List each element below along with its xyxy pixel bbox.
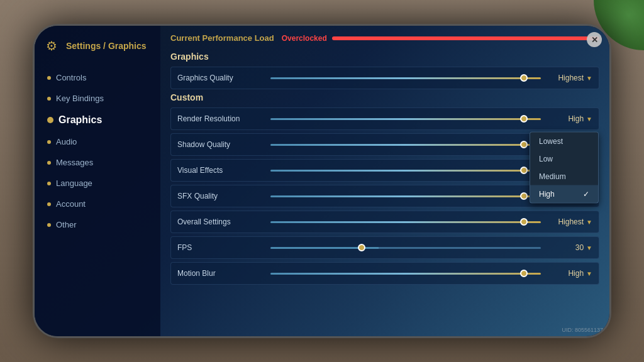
slider-track: [270, 77, 541, 79]
sidebar-label-messages: Messages: [56, 158, 93, 167]
motion-blur-value: High: [546, 269, 584, 278]
sfx-quality-label: SFX Quality: [177, 192, 265, 200]
uid-watermark: UID: 805561137: [562, 327, 603, 333]
slider-thumb: [520, 74, 528, 82]
sfx-quality-row[interactable]: SFX Quality ▼ Lowest Low: [170, 185, 599, 207]
motion-blur-row[interactable]: Motion Blur High ▼: [170, 262, 599, 285]
sidebar-label-key-bindings: Key Bindings: [56, 94, 104, 103]
graphics-quality-row[interactable]: Graphics Quality Highest ▼: [170, 67, 599, 89]
fps-value: 30: [546, 243, 584, 252]
dot-icon: [47, 76, 51, 80]
slider-thumb: [520, 115, 528, 123]
sidebar-item-language[interactable]: Language: [41, 174, 154, 192]
graphics-section-header: Graphics: [170, 52, 599, 62]
slider-track: [270, 144, 541, 146]
graphics-quality-label: Graphics Quality: [177, 74, 265, 82]
dropdown-item-label: Medium: [539, 172, 566, 181]
slider-thumb: [520, 167, 528, 174]
slider-thumb: [358, 244, 365, 251]
sidebar-title: Settings / Graphics: [66, 41, 147, 51]
sidebar-item-controls[interactable]: Controls: [41, 69, 154, 87]
dropdown-item-medium[interactable]: Medium: [530, 168, 598, 185]
fps-row[interactable]: FPS 30 ▼: [170, 236, 599, 259]
graphics-quality-slider[interactable]: [265, 77, 546, 79]
slider-thumb: [520, 270, 528, 277]
custom-section-header: Custom: [170, 92, 599, 102]
dot-icon: [47, 202, 51, 206]
dropdown-item-label: Low: [539, 155, 553, 163]
slider-track: [270, 221, 541, 223]
sfx-dropdown[interactable]: Lowest Low Medium High ✓: [530, 132, 599, 204]
close-icon: ✕: [591, 35, 598, 45]
performance-bar-container: Overclocked: [282, 34, 599, 43]
render-resolution-slider[interactable]: [265, 118, 546, 120]
motion-blur-slider[interactable]: [265, 273, 546, 275]
visual-effects-label: Visual Effects: [177, 166, 265, 175]
overall-settings-value: Highest: [546, 217, 584, 226]
sidebar-label-audio: Audio: [56, 137, 77, 146]
dropdown-arrow-icon[interactable]: ▼: [586, 116, 592, 123]
dropdown-item-high[interactable]: High ✓: [530, 185, 598, 203]
dropdown-arrow-icon[interactable]: ▼: [586, 244, 592, 251]
slider-thumb: [520, 141, 528, 148]
sidebar-item-graphics[interactable]: Graphics: [41, 110, 154, 130]
dot-icon: [47, 97, 51, 101]
sidebar-label-other: Other: [56, 220, 77, 229]
slider-track: [270, 170, 541, 172]
performance-bar: [332, 36, 599, 40]
dropdown-item-lowest[interactable]: Lowest: [530, 133, 598, 150]
slider-track: [270, 273, 541, 275]
fps-label: FPS: [177, 243, 265, 252]
fps-slider[interactable]: [265, 247, 546, 249]
sidebar-item-messages[interactable]: Messages: [41, 153, 154, 172]
motion-blur-label: Motion Blur: [177, 269, 265, 278]
render-resolution-row[interactable]: Render Resolution High ▼: [170, 107, 599, 130]
dot-icon: [47, 117, 53, 123]
slider-thumb: [520, 192, 528, 200]
overall-settings-slider[interactable]: [265, 221, 546, 223]
sidebar-label-account: Account: [56, 199, 86, 209]
sidebar-header: ⚙ Settings / Graphics: [41, 35, 154, 57]
overclocked-status: Overclocked: [282, 34, 327, 43]
dot-icon: [47, 161, 51, 165]
check-icon: ✓: [583, 190, 589, 199]
shadow-quality-slider[interactable]: [265, 144, 546, 146]
slider-thumb: [520, 218, 528, 226]
shadow-quality-label: Shadow Quality: [177, 140, 265, 149]
slider-track: [270, 247, 541, 249]
performance-section: Current Performance Load Overclocked: [170, 33, 599, 43]
dropdown-arrow-icon[interactable]: ▼: [586, 219, 592, 226]
render-resolution-value: High: [546, 114, 584, 123]
dropdown-item-label: High: [539, 190, 555, 199]
phone-frame: ⚙ Settings / Graphics Controls Key Bindi…: [33, 24, 611, 338]
dot-icon: [47, 223, 51, 227]
sidebar-item-account[interactable]: Account: [41, 195, 154, 213]
sfx-quality-slider[interactable]: [265, 195, 546, 197]
overall-settings-label: Overall Settings: [177, 217, 265, 226]
dropdown-arrow-icon[interactable]: ▼: [586, 270, 592, 277]
main-content: Current Performance Load Overclocked Gra…: [160, 26, 609, 336]
dot-icon: [47, 182, 51, 185]
overall-settings-row[interactable]: Overall Settings Highest ▼: [170, 211, 599, 233]
sidebar-label-language: Language: [56, 178, 92, 188]
gear-icon: ⚙: [46, 38, 61, 53]
dropdown-item-low[interactable]: Low: [530, 150, 598, 168]
slider-track: [270, 118, 541, 120]
sidebar: ⚙ Settings / Graphics Controls Key Bindi…: [35, 26, 160, 336]
graphics-quality-value: Highest: [546, 74, 584, 82]
render-resolution-label: Render Resolution: [177, 114, 265, 123]
phone-screen: ⚙ Settings / Graphics Controls Key Bindi…: [35, 26, 609, 336]
sidebar-label-graphics: Graphics: [58, 114, 102, 126]
sidebar-label-controls: Controls: [56, 73, 86, 82]
dropdown-arrow-icon[interactable]: ▼: [586, 75, 592, 82]
slider-track: [270, 195, 541, 197]
close-button[interactable]: ✕: [587, 32, 602, 47]
sidebar-item-key-bindings[interactable]: Key Bindings: [41, 89, 154, 107]
dropdown-item-label: Lowest: [539, 137, 563, 146]
sidebar-item-audio[interactable]: Audio: [41, 133, 154, 151]
visual-effects-slider[interactable]: [265, 170, 546, 172]
dot-icon: [47, 140, 51, 144]
sidebar-item-other[interactable]: Other: [41, 216, 154, 234]
performance-label: Current Performance Load: [170, 33, 274, 43]
